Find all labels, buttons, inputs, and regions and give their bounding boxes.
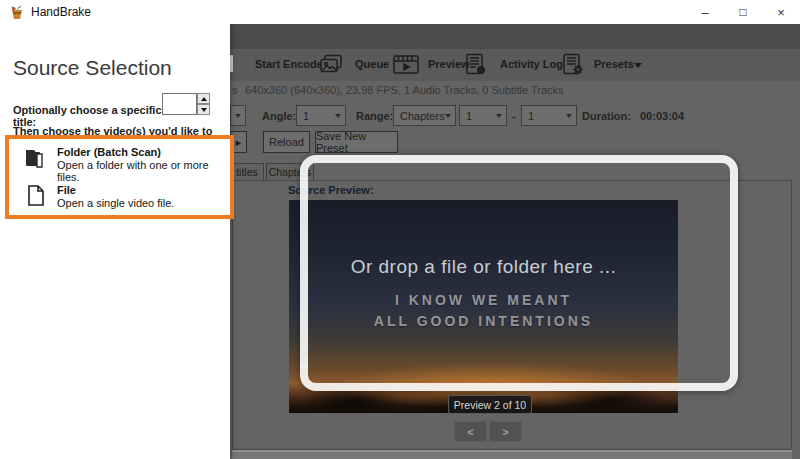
option-description: Open a folder with one or more files. xyxy=(57,159,230,183)
range-from-value: 1 xyxy=(466,110,472,122)
main-window-dimmed: Start Encode Queue Prev xyxy=(230,24,800,459)
range-separator: - xyxy=(512,110,516,122)
title-spinner-input[interactable] xyxy=(162,93,197,115)
window-controls: – □ × xyxy=(686,0,800,24)
option-title: File xyxy=(57,184,76,196)
spinner-up-button[interactable] xyxy=(197,93,210,104)
presets-dropdown-caret-icon[interactable] xyxy=(634,63,642,68)
drag-drop-highlight-rect xyxy=(300,155,738,391)
down-arrow-icon xyxy=(201,108,207,112)
preset-buttons-row: ▸ Reload Save New Preset xyxy=(230,131,800,155)
source-selection-panel: Source Selection Optionally choose a spe… xyxy=(0,24,230,459)
hidden-dropdown-fragment[interactable] xyxy=(230,105,246,126)
highlighted-options-box: Folder (Batch Scan) Open a folder with o… xyxy=(5,135,234,219)
range-controls-row: Angle: 1 Range: Chapters 1 - 1 Duration:… xyxy=(230,103,800,129)
hidden-button-fragment xyxy=(230,55,233,72)
close-button[interactable]: × xyxy=(762,0,800,24)
queue-button[interactable]: Queue xyxy=(355,58,389,70)
angle-label: Angle: xyxy=(262,110,296,122)
window-title: HandBrake xyxy=(31,5,91,19)
range-to-value: 1 xyxy=(528,110,534,122)
presets-icon[interactable] xyxy=(561,53,585,80)
angle-value: 1 xyxy=(303,110,309,122)
folder-batch-scan-option[interactable]: Folder (Batch Scan) Open a folder with o… xyxy=(9,144,230,180)
presets-button[interactable]: Presets xyxy=(594,58,634,70)
reload-button[interactable]: Reload xyxy=(263,131,310,153)
folder-icon xyxy=(23,146,47,174)
range-label: Range: xyxy=(356,110,393,122)
spinner-down-button[interactable] xyxy=(197,104,210,115)
range-to-select[interactable]: 1 xyxy=(521,105,577,126)
svg-text:i: i xyxy=(480,68,481,74)
next-preview-button[interactable]: > xyxy=(489,421,522,442)
titlebar: HandBrake – □ × xyxy=(0,0,800,24)
media-info-fragment: s xyxy=(232,84,238,96)
minimize-button[interactable]: – xyxy=(686,0,724,24)
angle-select[interactable]: 1 xyxy=(296,105,346,126)
preview-panel-bottom-area xyxy=(232,452,792,459)
title-spinner xyxy=(162,93,210,115)
save-new-preset-button[interactable]: Save New Preset xyxy=(315,131,398,153)
queue-icon[interactable] xyxy=(317,53,344,80)
range-from-select[interactable]: 1 xyxy=(459,105,507,126)
duration-value: 00:03:04 xyxy=(640,110,684,122)
dimmed-top-strip xyxy=(230,24,800,49)
tab-subtitles[interactable]: titles xyxy=(230,163,264,181)
handbrake-logo-icon xyxy=(9,4,25,20)
range-mode-select[interactable]: Chapters xyxy=(393,105,456,126)
file-icon xyxy=(25,184,47,212)
file-option[interactable]: File Open a single video file. xyxy=(9,182,230,218)
preview-icon[interactable] xyxy=(392,53,420,80)
up-arrow-icon xyxy=(201,97,207,101)
activity-log-button[interactable]: Activity Log xyxy=(500,58,563,70)
previous-preview-button[interactable]: < xyxy=(454,421,487,442)
range-mode-value: Chapters xyxy=(400,110,445,122)
duration-label: Duration: xyxy=(582,110,631,122)
option-title: Folder (Batch Scan) xyxy=(57,146,161,158)
option-description: Open a single video file. xyxy=(57,197,174,209)
media-info-row: s 640x360 (640x360), 23.98 FPS, 1 Audio … xyxy=(230,81,800,101)
handbrake-window: HandBrake – □ × Start Encode Queue xyxy=(0,0,800,459)
activity-log-icon[interactable]: i xyxy=(464,53,488,80)
preview-count-badge: Preview 2 of 10 xyxy=(448,395,532,414)
maximize-button[interactable]: □ xyxy=(724,0,762,24)
media-info-summary: 640x360 (640x360), 23.98 FPS, 1 Audio Tr… xyxy=(245,84,564,96)
page-title: Source Selection xyxy=(13,56,172,80)
toolbar: Start Encode Queue Prev xyxy=(230,49,800,81)
start-encode-button[interactable]: Start Encode xyxy=(255,58,323,70)
